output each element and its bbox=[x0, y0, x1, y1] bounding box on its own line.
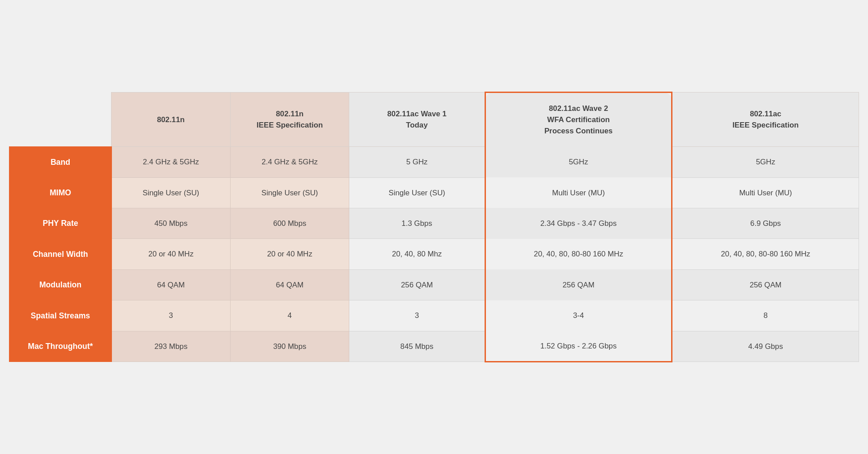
cell-3-col2: 20 or 40 MHz bbox=[230, 239, 349, 269]
row-label-3: Channel Width bbox=[9, 239, 111, 269]
header-col2-line2: IEEE Specification bbox=[257, 121, 323, 129]
cell-1-col3: Single User (SU) bbox=[349, 177, 485, 208]
cell-4-col5: 256 QAM bbox=[672, 269, 859, 300]
header-col2-line1: 802.11n bbox=[276, 110, 304, 118]
cell-3-col5: 20, 40, 80, 80-80 160 MHz bbox=[672, 239, 859, 269]
cell-4-col1: 64 QAM bbox=[111, 269, 231, 300]
row-label-1: MIMO bbox=[9, 177, 111, 208]
cell-3-col1: 20 or 40 MHz bbox=[111, 239, 231, 269]
table-row: Modulation64 QAM64 QAM256 QAM256 QAM256 … bbox=[9, 269, 859, 300]
header-col5-line1: 802.11ac bbox=[750, 110, 781, 118]
row-label-4: Modulation bbox=[9, 269, 111, 300]
table-row: MIMOSingle User (SU)Single User (SU)Sing… bbox=[9, 177, 859, 208]
header-col5: 802.11ac IEEE Specification bbox=[672, 93, 859, 147]
comparison-table: 802.11n 802.11n IEEE Specification 802.1… bbox=[9, 92, 859, 362]
row-label-0: Band bbox=[9, 147, 111, 177]
header-col4-line1: 802.11ac Wave 2 bbox=[549, 104, 608, 113]
cell-1-col1: Single User (SU) bbox=[111, 177, 231, 208]
cell-1-col4-highlight: Multi User (MU) bbox=[485, 177, 672, 208]
table-row: Band2.4 GHz & 5GHz2.4 GHz & 5GHz5 GHz5GH… bbox=[9, 147, 859, 177]
row-label-2: PHY Rate bbox=[9, 208, 111, 238]
cell-0-col2: 2.4 GHz & 5GHz bbox=[230, 147, 349, 177]
cell-6-col1: 293 Mbps bbox=[111, 331, 231, 361]
header-col3-line1: 802.11ac Wave 1 bbox=[387, 110, 446, 118]
cell-2-col2: 600 Mbps bbox=[230, 208, 349, 238]
cell-3-col3: 20, 40, 80 Mhz bbox=[349, 239, 485, 269]
table-row: Mac Throughout*293 Mbps390 Mbps845 Mbps1… bbox=[9, 331, 859, 361]
cell-6-col2: 390 Mbps bbox=[230, 331, 349, 361]
header-col3: 802.11ac Wave 1 Today bbox=[349, 93, 485, 147]
comparison-table-wrapper: 802.11n 802.11n IEEE Specification 802.1… bbox=[9, 92, 859, 362]
cell-5-col2: 4 bbox=[230, 300, 349, 331]
cell-6-col4-highlight: 1.52 Gbps - 2.26 Gbps bbox=[485, 331, 672, 361]
cell-4-col2: 64 QAM bbox=[230, 269, 349, 300]
cell-2-col5: 6.9 Gbps bbox=[672, 208, 859, 238]
header-col3-line2: Today bbox=[406, 121, 427, 129]
cell-1-col2: Single User (SU) bbox=[230, 177, 349, 208]
header-col5-line2: IEEE Specification bbox=[732, 121, 798, 129]
cell-5-col4-highlight: 3-4 bbox=[485, 300, 672, 331]
cell-0-col3: 5 GHz bbox=[349, 147, 485, 177]
header-empty-cell bbox=[9, 93, 111, 147]
cell-0-col5: 5GHz bbox=[672, 147, 859, 177]
header-col4: 802.11ac Wave 2 WFA Certification Proces… bbox=[485, 93, 672, 147]
table-body: Band2.4 GHz & 5GHz2.4 GHz & 5GHz5 GHz5GH… bbox=[9, 147, 859, 362]
row-label-5: Spatial Streams bbox=[9, 300, 111, 331]
cell-4-col4-highlight: 256 QAM bbox=[485, 269, 672, 300]
cell-2-col4-highlight: 2.34 Gbps - 3.47 Gbps bbox=[485, 208, 672, 238]
cell-6-col3: 845 Mbps bbox=[349, 331, 485, 361]
cell-0-col4-highlight: 5GHz bbox=[485, 147, 672, 177]
header-col2: 802.11n IEEE Specification bbox=[230, 93, 349, 147]
cell-1-col5: Multi User (MU) bbox=[672, 177, 859, 208]
header-col4-line2: WFA Certification bbox=[547, 115, 610, 124]
row-label-6: Mac Throughout* bbox=[9, 331, 111, 361]
cell-6-col5: 4.49 Gbps bbox=[672, 331, 859, 361]
header-col1: 802.11n bbox=[111, 93, 231, 147]
cell-5-col1: 3 bbox=[111, 300, 231, 331]
cell-4-col3: 256 QAM bbox=[349, 269, 485, 300]
table-row: PHY Rate450 Mbps600 Mbps1.3 Gbps2.34 Gbp… bbox=[9, 208, 859, 238]
table-row: Spatial Streams3433-48 bbox=[9, 300, 859, 331]
cell-3-col4-highlight: 20, 40, 80, 80-80 160 MHz bbox=[485, 239, 672, 269]
header-col1-label: 802.11n bbox=[157, 115, 185, 124]
table-row: Channel Width20 or 40 MHz20 or 40 MHz20,… bbox=[9, 239, 859, 269]
cell-2-col1: 450 Mbps bbox=[111, 208, 231, 238]
cell-0-col1: 2.4 GHz & 5GHz bbox=[111, 147, 231, 177]
table-header-row: 802.11n 802.11n IEEE Specification 802.1… bbox=[9, 93, 859, 147]
cell-5-col5: 8 bbox=[672, 300, 859, 331]
cell-5-col3: 3 bbox=[349, 300, 485, 331]
header-col4-line3: Process Continues bbox=[544, 127, 613, 135]
cell-2-col3: 1.3 Gbps bbox=[349, 208, 485, 238]
